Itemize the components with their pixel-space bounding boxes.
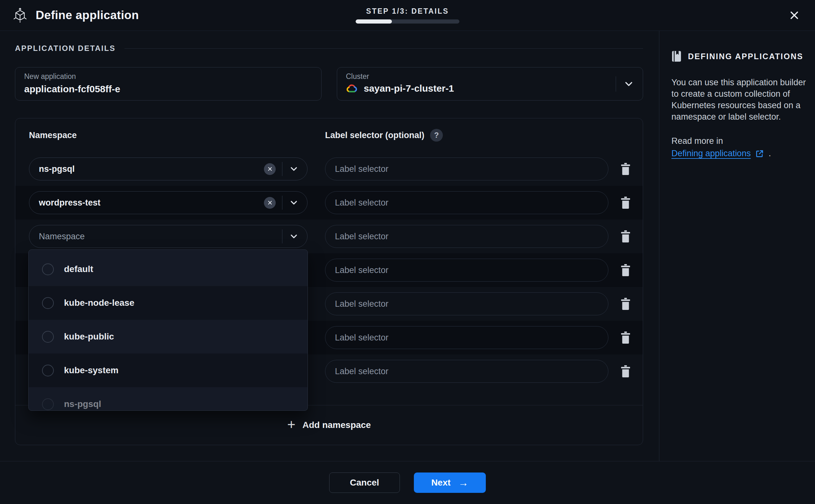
dialog-footer: Cancel Next →: [0, 461, 815, 504]
namespace-select[interactable]: wordpress-test: [29, 191, 307, 214]
plus-icon: +: [287, 417, 295, 431]
namespace-column-header: Namespace: [29, 130, 307, 140]
main-content: APPLICATION DETAILS New application Clus…: [0, 31, 659, 461]
cluster-select[interactable]: Cluster sayan-pi-7-cluster-1: [337, 67, 643, 101]
clear-icon[interactable]: [264, 163, 276, 175]
cluster-label: Cluster: [346, 72, 634, 81]
step-progress-fill: [355, 19, 392, 24]
chevron-down-icon[interactable]: [289, 231, 299, 241]
dropdown-option-kube-node-lease[interactable]: kube-node-lease: [29, 286, 307, 320]
add-namespace-label: Add namespace: [302, 420, 371, 430]
radio-icon: [42, 365, 54, 376]
namespace-dropdown: default kube-node-lease kube-public kube…: [28, 249, 308, 411]
trash-icon[interactable]: [620, 197, 631, 209]
book-icon: [671, 51, 682, 62]
trash-icon[interactable]: [620, 365, 631, 377]
trash-icon[interactable]: [620, 298, 631, 310]
define-application-cube-icon: [13, 7, 27, 23]
cluster-divider: [616, 76, 616, 92]
label-selector-column-header: Label selector (optional): [325, 130, 425, 140]
radio-icon: [42, 297, 54, 309]
dropdown-option-default[interactable]: default: [29, 252, 307, 286]
namespace-placeholder: Namespace: [39, 232, 85, 241]
trash-icon[interactable]: [620, 163, 631, 175]
after-link-period: .: [769, 148, 771, 159]
namespace-select-open[interactable]: Namespace: [29, 225, 307, 248]
chevron-down-icon[interactable]: [289, 164, 299, 174]
step-label: STEP 1/3: DETAILS: [366, 7, 449, 16]
sidebar-description: You can use this application builder to …: [671, 77, 806, 123]
radio-icon: [42, 398, 54, 410]
dropdown-option-ns-pgsql[interactable]: ns-pgsql: [29, 387, 307, 411]
help-sidebar: DEFINING APPLICATIONS You can use this a…: [659, 31, 815, 461]
chevron-down-icon[interactable]: [289, 198, 299, 208]
defining-applications-link[interactable]: Defining applications: [671, 148, 751, 159]
help-icon[interactable]: ?: [430, 129, 443, 142]
step-progress-track: [355, 19, 460, 24]
cancel-button[interactable]: Cancel: [329, 473, 400, 493]
label-selector-input[interactable]: [325, 292, 608, 315]
namespace-select[interactable]: ns-pgsql: [29, 157, 307, 180]
section-title: APPLICATION DETAILS: [15, 44, 116, 53]
table-row: ns-pgsql: [15, 152, 643, 186]
sidebar-title: DEFINING APPLICATIONS: [688, 52, 803, 61]
radio-icon: [42, 331, 54, 343]
dialog-header: Define application STEP 1/3: DETAILS: [0, 0, 815, 31]
google-cloud-icon: [346, 84, 357, 93]
application-name-input[interactable]: [24, 84, 312, 95]
external-link-icon[interactable]: [755, 149, 764, 158]
application-name-label: New application: [24, 72, 312, 81]
arrow-right-icon: →: [458, 478, 468, 488]
table-header-row: Namespace Label selector (optional) ?: [15, 118, 643, 152]
cluster-value: sayan-pi-7-cluster-1: [364, 83, 454, 94]
dropdown-option-kube-system[interactable]: kube-system: [29, 353, 307, 387]
add-namespace-button[interactable]: + Add namespace: [15, 405, 643, 445]
next-button-label: Next: [432, 478, 451, 488]
table-row: wordpress-test: [15, 186, 643, 220]
label-selector-input[interactable]: [325, 191, 608, 214]
namespaces-panel: Namespace Label selector (optional) ? ns…: [15, 118, 643, 445]
trash-icon[interactable]: [620, 230, 631, 242]
trash-icon[interactable]: [620, 332, 631, 344]
clear-icon[interactable]: [264, 197, 276, 209]
label-selector-input[interactable]: [325, 360, 608, 383]
label-selector-input[interactable]: [325, 157, 608, 180]
read-more-text: Read more in: [671, 135, 815, 147]
trash-icon[interactable]: [620, 264, 631, 276]
table-row: Namespace: [15, 220, 643, 253]
next-button[interactable]: Next →: [414, 473, 486, 493]
namespace-value: ns-pgsql: [39, 164, 75, 174]
label-selector-input[interactable]: [325, 326, 608, 349]
dropdown-option-kube-public[interactable]: kube-public: [29, 320, 307, 353]
application-name-field[interactable]: New application: [15, 67, 321, 101]
section-divider: [124, 48, 643, 49]
namespace-value: wordpress-test: [39, 198, 101, 208]
label-selector-input[interactable]: [325, 225, 608, 248]
radio-icon: [42, 263, 54, 275]
chevron-down-icon[interactable]: [623, 78, 635, 90]
step-indicator: STEP 1/3: DETAILS: [355, 7, 460, 24]
dialog-title: Define application: [36, 9, 139, 22]
label-selector-input[interactable]: [325, 259, 608, 282]
close-icon[interactable]: [789, 10, 800, 21]
